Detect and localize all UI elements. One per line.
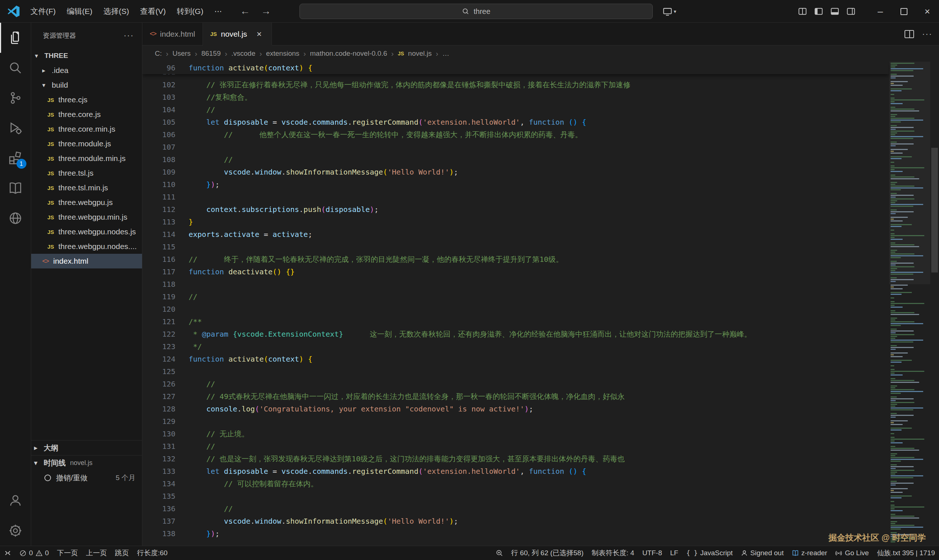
code-line[interactable]: 104 // — [142, 103, 939, 116]
line-number[interactable]: 104 — [142, 103, 189, 116]
line-number[interactable]: 109 — [142, 166, 189, 178]
search-input[interactable]: three — [299, 4, 653, 19]
encoding-indicator[interactable]: UTF-8 — [638, 546, 666, 560]
eol-indicator[interactable]: LF — [666, 546, 682, 560]
tab-index-html[interactable]: <> index.html — [142, 23, 203, 45]
line-number[interactable]: 119 — [142, 291, 189, 303]
code-line[interactable]: 136 // — [142, 502, 939, 515]
line-number[interactable]: 128 — [142, 403, 189, 415]
tree-item-three-webgpu-min-js[interactable]: JSthree.webgpu.min.js — [31, 210, 142, 225]
code-line[interactable]: 113} — [142, 215, 939, 228]
code-line[interactable]: 120 — [142, 303, 939, 315]
accounts-button[interactable] — [0, 486, 31, 515]
code-line[interactable]: 137 vscode.window.showInformationMessage… — [142, 515, 939, 528]
breadcrumb-item[interactable]: C: — [155, 49, 162, 58]
tab-novel-js[interactable]: JS novel.js × — [203, 23, 272, 46]
line-number[interactable]: 103 — [142, 91, 189, 103]
line-number[interactable]: 102 — [142, 78, 189, 91]
remote-explorer-activity-button[interactable] — [0, 203, 31, 233]
outline-panel-header[interactable]: ▸ 大纲 — [31, 440, 142, 455]
line-number[interactable]: 127 — [142, 390, 189, 403]
tree-item-three-webgpu-nodes-js[interactable]: JSthree.webgpu.nodes.js — [31, 225, 142, 239]
code-line[interactable]: 108 // — [142, 153, 939, 166]
line-number[interactable]: 106 — [142, 128, 189, 141]
line-number[interactable]: 131 — [142, 440, 189, 452]
tree-item-idea[interactable]: ▸.idea — [31, 63, 142, 78]
close-window-button[interactable]: × — [916, 0, 939, 23]
monitor-dropdown-button[interactable]: ▾ — [663, 3, 676, 20]
line-number[interactable]: 115 — [142, 241, 189, 253]
more-actions-icon[interactable]: ··· — [922, 29, 933, 39]
code-line[interactable]: 127 // 49式春秋无尽禅在他脑海中一一闪过，对应着的长生法力也是流转全身，… — [142, 390, 939, 403]
tree-item-three-core-min-js[interactable]: JSthree.core.min.js — [31, 122, 142, 137]
line-number[interactable]: 105 — [142, 116, 189, 128]
line-number[interactable]: 117 — [142, 266, 189, 278]
run-debug-activity-button[interactable] — [0, 113, 31, 143]
line-number[interactable]: 113 — [142, 215, 189, 228]
line-number[interactable]: 96 — [142, 62, 189, 74]
vertical-scrollbar[interactable] — [930, 62, 939, 546]
code-line[interactable]: 138 }); — [142, 528, 939, 540]
close-icon[interactable]: × — [254, 29, 264, 39]
line-number[interactable]: 129 — [142, 415, 189, 428]
breadcrumb-item[interactable]: extensions — [266, 49, 299, 58]
line-number[interactable]: 126 — [142, 378, 189, 390]
code-line[interactable]: 115 — [142, 241, 939, 253]
code-line[interactable]: 135 — [142, 490, 939, 502]
code-line[interactable]: 117function deactivate() {} — [142, 266, 939, 278]
code-line[interactable]: 105 let disposable = vscode.commands.reg… — [142, 116, 939, 128]
code-line[interactable]: 123 */ — [142, 340, 939, 353]
line-length-indicator[interactable]: 行长度:60 — [133, 546, 171, 560]
line-number[interactable]: 116 — [142, 253, 189, 266]
line-number[interactable]: 114 — [142, 228, 189, 241]
breadcrumb-item[interactable]: 86159 — [202, 49, 221, 58]
code-line[interactable]: 110 }); — [142, 178, 939, 191]
account-signed-out-indicator[interactable]: Signed out — [737, 546, 788, 560]
line-number[interactable]: 135 — [142, 490, 189, 502]
tree-item-build[interactable]: ▾build — [31, 78, 142, 92]
timeline-entry[interactable]: 撤销/重做 5 个月 — [31, 470, 142, 486]
explorer-activity-button[interactable] — [0, 23, 31, 53]
line-number[interactable]: 136 — [142, 502, 189, 515]
breadcrumb-tail[interactable]: … — [443, 49, 450, 58]
tree-item-three-tsl-js[interactable]: JSthree.tsl.js — [31, 166, 142, 180]
timeline-panel-header[interactable]: ▾ 时间线 novel.js — [31, 455, 142, 470]
cursor-position-indicator[interactable]: 行 60, 列 62 (已选择58) — [507, 546, 587, 560]
tree-item-three-core-js[interactable]: JSthree.core.js — [31, 107, 142, 122]
line-number[interactable]: 121 — [142, 315, 189, 328]
editor-grid-icon[interactable] — [794, 3, 811, 20]
code-line[interactable]: 130 // 无止境。 — [142, 428, 939, 440]
scrollbar-thumb[interactable] — [931, 148, 938, 272]
code-line[interactable]: 116// 终于，伴随着又一轮春秋无尽禅的完成，张羽的目光陡然间一凝，他的春秋无… — [142, 253, 939, 266]
code-line[interactable]: 121/** — [142, 315, 939, 328]
code-line[interactable]: 112 context.subscriptions.push(disposabl… — [142, 203, 939, 215]
menu-selection[interactable]: 选择(S) — [98, 0, 135, 22]
tree-item-three-module-min-js[interactable]: JSthree.module.min.js — [31, 151, 142, 166]
code-line[interactable]: 107 — [142, 141, 939, 153]
code-line[interactable]: 126 // — [142, 378, 939, 390]
code-line[interactable]: 103 //复和愈合。 — [142, 91, 939, 103]
menu-view[interactable]: 查看(V) — [135, 0, 171, 22]
reader-activity-button[interactable] — [0, 173, 31, 203]
tree-item-three[interactable]: ▾THREE — [31, 48, 142, 63]
more-actions-icon[interactable]: ··· — [124, 31, 134, 40]
code-editor[interactable]: 96function activate(context) { 101 102 /… — [142, 62, 939, 546]
tree-item-three-module-js[interactable]: JSthree.module.js — [31, 137, 142, 151]
code-line[interactable]: 125 — [142, 365, 939, 378]
tree-item-three-cjs[interactable]: JSthree.cjs — [31, 92, 142, 107]
line-number[interactable]: 118 — [142, 278, 189, 291]
line-number[interactable]: 130 — [142, 428, 189, 440]
remote-indicator[interactable] — [0, 546, 15, 560]
code-line[interactable]: 122 * @param {vscode.ExtensionContext} 这… — [142, 328, 939, 340]
code-line[interactable]: 119// — [142, 291, 939, 303]
breadcrumb-file[interactable]: novel.js — [408, 49, 432, 58]
source-control-activity-button[interactable] — [0, 83, 31, 113]
tree-item-index-html[interactable]: <>index.html — [31, 254, 142, 268]
settings-button[interactable] — [0, 515, 31, 546]
line-number[interactable]: 132 — [142, 452, 189, 465]
code-line[interactable]: 134 // 可以控制着留存在体内。 — [142, 477, 939, 490]
code-line[interactable]: 132 // 也是这一刻，张羽发现春秋无尽禅达到第10级之后，这门功法的排毒能力… — [142, 452, 939, 465]
code-line[interactable]: 102 // 张羽正在修行着春秋无尽禅，只见他每一组动作做完，体内的筋肉都像是在… — [142, 78, 939, 91]
code-line[interactable]: 133 let disposable = vscode.commands.reg… — [142, 465, 939, 477]
line-number[interactable]: 108 — [142, 153, 189, 166]
